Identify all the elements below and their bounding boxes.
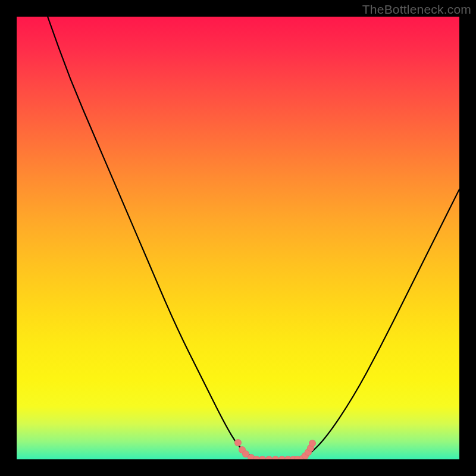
chart-background-gradient [17, 17, 459, 459]
chart-plot-area [17, 17, 459, 459]
chart-stage: TheBottleneck.com [0, 0, 476, 476]
watermark-text: TheBottleneck.com [362, 2, 471, 17]
